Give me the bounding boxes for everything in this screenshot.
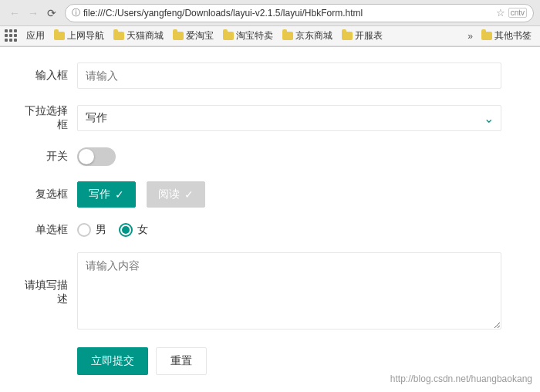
dot [5, 29, 8, 32]
bookmark-tmall[interactable]: 天猫商城 [110, 29, 167, 43]
folder-icon [342, 32, 353, 40]
toggle-row: 开关 [15, 147, 501, 166]
bookmark-apps[interactable]: 应用 [22, 29, 49, 43]
bookmark-open[interactable]: 开服表 [338, 29, 386, 43]
dot [5, 39, 8, 42]
bookmark-open-label: 开服表 [355, 29, 383, 42]
bookmark-tmall-label: 天猫商城 [127, 29, 164, 42]
radio-male[interactable]: 男 [77, 223, 106, 237]
checkbox-group: 写作 ✓ 阅读 ✓ [77, 181, 501, 208]
back-button[interactable]: ← [6, 5, 23, 22]
toggle-label: 开关 [15, 150, 77, 164]
dot [14, 29, 17, 32]
bookmark-special[interactable]: 淘宝特卖 [219, 29, 277, 43]
checkbox-read-btn[interactable]: 阅读 ✓ [147, 181, 205, 208]
checkbox-row: 复选框 写作 ✓ 阅读 ✓ [15, 181, 501, 208]
folder-icon [223, 32, 234, 40]
radio-group: 男 女 [77, 223, 501, 237]
select-wrapper: 写作 ⌄ [77, 105, 501, 131]
toggle-track [77, 147, 116, 166]
radio-male-circle [77, 223, 91, 237]
more-bookmarks-button[interactable]: » [464, 30, 476, 42]
check-icon: ✓ [184, 188, 194, 201]
toggle-field [77, 147, 501, 166]
select-value: 写作 [86, 111, 107, 125]
checkbox-field: 写作 ✓ 阅读 ✓ [77, 181, 501, 208]
browser-chrome: ← → ⟳ ⓘ file:///C:/Users/yangfeng/Downlo… [0, 0, 540, 47]
checkbox-label: 复选框 [15, 188, 77, 201]
radio-row: 单选框 男 女 [15, 223, 501, 237]
bookmark-apps-label: 应用 [26, 29, 45, 42]
radio-female-circle [119, 223, 133, 237]
forward-button[interactable]: → [25, 5, 42, 22]
dot [14, 39, 17, 42]
dot [14, 34, 17, 37]
bookmark-nav-label: 上网导航 [67, 29, 104, 42]
bookmark-jd-label: 京东商城 [295, 29, 332, 42]
folder-icon [113, 32, 124, 40]
bookmark-taobao[interactable]: 爱淘宝 [169, 29, 218, 43]
dot [9, 39, 12, 42]
text-input[interactable] [77, 63, 501, 89]
refresh-button[interactable]: ⟳ [43, 5, 60, 22]
watermark-text: http://blog.csdn.net/huangbaokang [390, 373, 532, 384]
checkbox-write-label: 写作 [89, 188, 110, 201]
radio-female[interactable]: 女 [119, 223, 148, 237]
address-text: file:///C:/Users/yangfeng/Downloads/layu… [83, 8, 493, 19]
dot [5, 34, 8, 37]
cntv-label: cntv [508, 8, 527, 18]
button-row: 立即提交 重置 [15, 347, 501, 375]
submit-button[interactable]: 立即提交 [77, 347, 148, 375]
bookmark-taobao-label: 爱淘宝 [186, 29, 214, 42]
select-row: 下拉选择框 写作 ⌄ [15, 104, 501, 132]
address-bar[interactable]: ⓘ file:///C:/Users/yangfeng/Downloads/la… [65, 4, 534, 22]
description-textarea[interactable] [77, 252, 501, 329]
select-field-container: 写作 ⌄ [77, 105, 501, 131]
radio-male-label: 男 [96, 223, 106, 237]
radio-field: 男 女 [77, 223, 501, 237]
radio-female-label: 女 [137, 223, 148, 237]
dot [9, 34, 12, 37]
textarea-field [77, 252, 501, 332]
bookmark-jd[interactable]: 京东商城 [278, 29, 336, 43]
star-icon[interactable]: ☆ [496, 7, 505, 19]
radio-female-inner [122, 226, 130, 234]
page-content: 输入框 下拉选择框 写作 ⌄ 开关 [0, 47, 540, 392]
input-row: 输入框 [15, 63, 501, 89]
checkbox-write-btn[interactable]: 写作 ✓ [77, 181, 136, 208]
textarea-label: 请填写描述 [15, 279, 77, 306]
radio-label: 单选框 [15, 223, 77, 237]
check-icon: ✓ [115, 188, 124, 201]
bookmark-special-label: 淘宝特卖 [236, 29, 273, 42]
toggle-switch[interactable] [77, 147, 116, 166]
textarea-row: 请填写描述 [15, 252, 501, 332]
checkbox-read-label: 阅读 [158, 188, 180, 201]
more-label: » [467, 31, 473, 42]
select-display[interactable]: 写作 [77, 105, 501, 131]
other-bookmarks-label: 其他书签 [494, 29, 532, 42]
folder-icon [282, 32, 293, 40]
checkbox-write[interactable]: 写作 ✓ [77, 181, 136, 208]
select-label: 下拉选择框 [15, 104, 77, 132]
lock-icon: ⓘ [72, 7, 80, 19]
toggle-thumb [79, 149, 94, 164]
bookmark-nav[interactable]: 上网导航 [50, 29, 108, 43]
folder-icon [54, 32, 65, 40]
watermark: http://blog.csdn.net/huangbaokang [390, 373, 532, 384]
bookmarks-bar: 应用 上网导航 天猫商城 爱淘宝 淘宝特卖 京东商城 开服表 » [0, 26, 540, 46]
folder-icon [481, 32, 492, 40]
reset-button[interactable]: 重置 [156, 347, 207, 375]
other-bookmarks[interactable]: 其他书签 [478, 29, 535, 43]
dot [9, 29, 12, 32]
checkbox-read[interactable]: 阅读 ✓ [147, 181, 205, 208]
browser-topbar: ← → ⟳ ⓘ file:///C:/Users/yangfeng/Downlo… [0, 0, 540, 26]
form-container: 输入框 下拉选择框 写作 ⌄ 开关 [0, 47, 525, 390]
apps-grid-icon [5, 29, 18, 42]
input-label: 输入框 [15, 69, 77, 83]
nav-buttons: ← → ⟳ [6, 5, 60, 22]
folder-icon [173, 32, 184, 40]
input-field-container [77, 63, 501, 89]
